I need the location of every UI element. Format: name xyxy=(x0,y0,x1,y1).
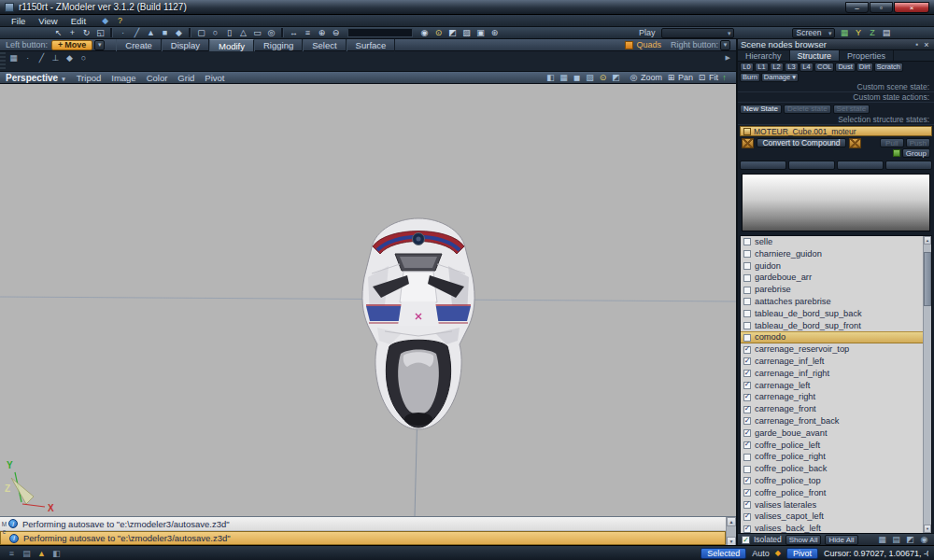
scene-node-row[interactable]: guidon xyxy=(741,260,923,273)
animation-dropdown[interactable] xyxy=(661,28,734,38)
maximize-button[interactable]: ▫ xyxy=(870,2,893,13)
attach-icon[interactable]: ⊕ xyxy=(316,27,328,38)
state-button[interactable]: New State xyxy=(740,105,782,114)
close-button[interactable]: × xyxy=(894,2,929,13)
structure-state-item[interactable]: MOTEUR_Cube.001_moteur xyxy=(740,126,932,136)
node-visibility-checkbox[interactable] xyxy=(743,274,751,282)
view-mode-dropdown[interactable]: Perspective xyxy=(6,73,65,83)
node-visibility-checkbox[interactable] xyxy=(743,406,751,413)
node-visibility-checkbox[interactable] xyxy=(743,250,751,258)
list-view-icon[interactable]: ▤ xyxy=(890,534,902,545)
scene-node-row[interactable]: carrenage_reservoir_top xyxy=(741,343,923,356)
panel-button[interactable] xyxy=(885,161,932,170)
lod-button[interactable]: Scratch xyxy=(874,63,903,72)
zoom-tool[interactable]: ◎ Zoom xyxy=(628,72,662,83)
show-all-button[interactable]: Show All xyxy=(785,535,822,545)
pin-icon[interactable]: ▪ xyxy=(913,39,922,50)
state-button[interactable]: Set state xyxy=(833,105,870,114)
auto-mode-label[interactable]: Auto xyxy=(752,549,770,558)
node-visibility-checkbox[interactable] xyxy=(743,429,751,437)
textured-icon[interactable]: ▨ xyxy=(584,72,596,83)
scene-node-row[interactable]: coffre_police_back xyxy=(741,463,923,475)
node-list-scrollbar[interactable] xyxy=(923,236,931,533)
scene-node-row[interactable]: coffre_police_front xyxy=(741,487,923,499)
grid-toggle-icon[interactable]: ▦ xyxy=(839,27,851,38)
node-visibility-checkbox[interactable] xyxy=(743,382,751,389)
sphere-icon[interactable]: ○ xyxy=(209,27,221,38)
viewport-option[interactable]: Tripod xyxy=(77,73,102,83)
mode-tab[interactable]: Create xyxy=(116,39,162,51)
lod-button[interactable]: L4 xyxy=(800,63,814,72)
node-visibility-checkbox[interactable] xyxy=(743,513,751,521)
node-visibility-checkbox[interactable] xyxy=(743,334,751,342)
info-icon[interactable]: ◉ xyxy=(918,534,930,545)
scroll-track[interactable] xyxy=(727,526,736,537)
scene-node-row[interactable]: carrenage_left xyxy=(741,380,923,392)
lod-button[interactable]: L1 xyxy=(755,63,769,72)
lod-button[interactable]: COL xyxy=(814,63,834,72)
scroll-up-icon[interactable] xyxy=(924,236,931,245)
help-icon[interactable]: ? xyxy=(114,15,126,26)
mode-tab[interactable]: Rigging xyxy=(254,39,303,51)
select-icon[interactable]: ↖ xyxy=(52,27,64,38)
lighting-icon[interactable]: ⊙ xyxy=(597,72,609,83)
settings-icon[interactable]: ⊛ xyxy=(488,27,501,38)
node-visibility-checkbox[interactable] xyxy=(743,357,751,365)
selected-mode-button[interactable]: Selected xyxy=(700,548,746,559)
panel-header[interactable]: Scene nodes browser ▪ × xyxy=(738,39,934,50)
node-visibility-checkbox[interactable] xyxy=(743,417,751,425)
node-visibility-checkbox[interactable] xyxy=(743,489,751,497)
lod-button[interactable]: Dust xyxy=(835,63,855,72)
node-visibility-checkbox[interactable] xyxy=(743,346,751,354)
axes-mode-icon[interactable]: ⊥ xyxy=(50,52,62,63)
node-visibility-checkbox[interactable] xyxy=(743,370,751,377)
viewport-3d[interactable]: Y Z X xyxy=(0,84,736,516)
scene-node-row[interactable]: valises laterales xyxy=(741,499,923,511)
scene-node-row[interactable]: valises_capot_left xyxy=(741,511,923,523)
warning-icon[interactable]: ▲ xyxy=(35,548,48,559)
world-space-icon[interactable]: ○ xyxy=(78,52,90,63)
scene-node-row[interactable]: tableau_de_bord_sup_back xyxy=(741,308,923,320)
faces-icon[interactable]: ▲ xyxy=(145,27,157,38)
menu-item[interactable]: View xyxy=(33,16,63,26)
panel-close-icon[interactable]: × xyxy=(922,39,931,50)
messages-panel-tab[interactable]: Me xyxy=(1,521,7,536)
menu-item[interactable]: File xyxy=(6,16,31,26)
toolbar-overflow-arrow[interactable]: ▶ xyxy=(726,54,730,62)
scene-node-row[interactable]: carrenage_front_back xyxy=(741,415,923,427)
scene-node-row[interactable]: coffre_police_left xyxy=(741,440,923,452)
node-visibility-checkbox[interactable] xyxy=(743,454,751,461)
material-filter-icon[interactable]: ◩ xyxy=(904,534,916,545)
snap-grid-icon[interactable]: ▦ xyxy=(7,52,20,63)
cube-icon[interactable]: ▢ xyxy=(195,27,207,38)
panel-button[interactable] xyxy=(837,161,884,170)
mirror-icon[interactable]: ↔ xyxy=(288,27,300,38)
node-visibility-checkbox[interactable] xyxy=(743,298,751,305)
hide-all-button[interactable]: Hide All xyxy=(825,535,857,545)
pull-button[interactable]: Pull xyxy=(880,138,904,147)
camera-icon[interactable]: ◉ xyxy=(418,27,431,38)
scene-node-row[interactable]: charniere_guidon xyxy=(741,248,923,260)
pan-tool[interactable]: ⊞ Pan xyxy=(665,72,693,83)
array-icon[interactable]: ≡ xyxy=(302,27,314,38)
node-visibility-checkbox[interactable] xyxy=(743,322,751,329)
log-scrollbar[interactable] xyxy=(726,517,736,546)
scene-node-row[interactable]: carrenage_inf_left xyxy=(741,356,923,368)
right-button-dropdown-arrow[interactable] xyxy=(720,40,730,50)
snap-edge-icon[interactable]: ╱ xyxy=(35,52,48,63)
shaded-icon[interactable]: ◼ xyxy=(571,72,583,83)
scene-node-row[interactable]: garde_boue_avant xyxy=(741,427,923,440)
node-visibility-checkbox[interactable] xyxy=(743,466,751,473)
texture-icon[interactable]: ▨ xyxy=(460,27,473,38)
panel-button[interactable] xyxy=(788,161,835,170)
render-icon[interactable]: ▣ xyxy=(474,27,487,38)
scene-node-row[interactable]: comodo xyxy=(741,331,923,343)
stats-icon[interactable]: ▤ xyxy=(881,27,893,38)
node-visibility-checkbox[interactable] xyxy=(743,262,751,270)
menu-item[interactable]: Edit xyxy=(65,16,92,26)
scroll-up-icon[interactable] xyxy=(727,517,736,526)
maximize-viewport-icon[interactable]: ↑ xyxy=(718,72,730,83)
view-display-icon[interactable]: ◧ xyxy=(545,72,557,83)
scene-node-row[interactable]: carrenage_right xyxy=(741,391,923,403)
model-r1150rt-fairing[interactable] xyxy=(344,212,493,430)
